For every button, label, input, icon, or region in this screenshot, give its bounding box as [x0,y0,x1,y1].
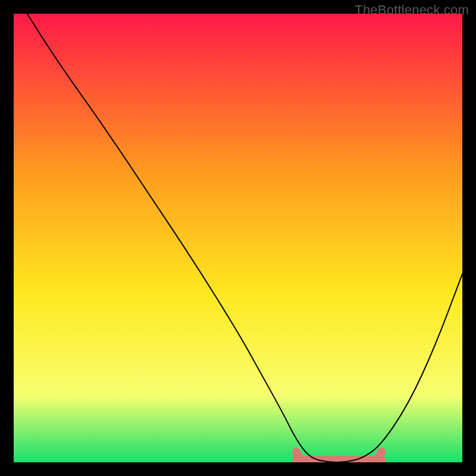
gradient-background [14,14,462,462]
optimal-range-tick-right [378,452,381,460]
bottleneck-chart [14,14,462,462]
optimal-range-tick-left [296,452,300,460]
chart-frame: TheBottleneck.com [0,0,476,476]
